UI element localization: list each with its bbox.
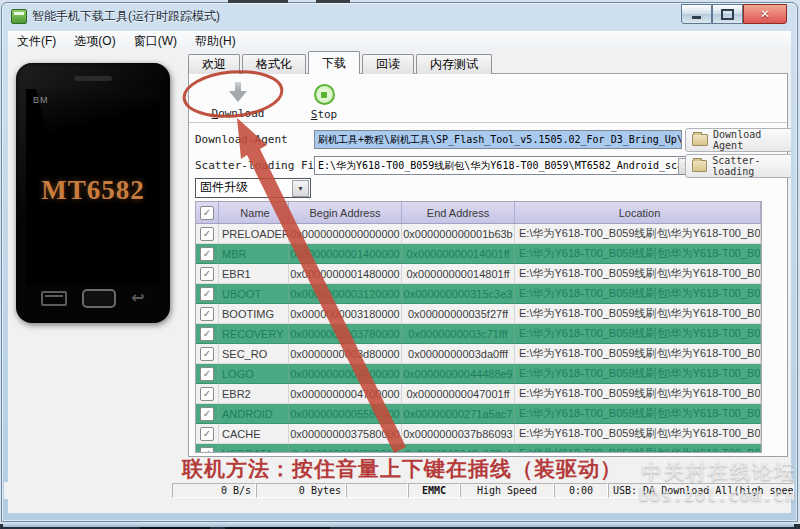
download-agent-button-label: Download Agent — [713, 129, 791, 151]
tab-2[interactable]: 下载 — [308, 51, 360, 74]
close-button[interactable]: ✕ — [743, 4, 787, 24]
cell-name: UBOOT — [219, 284, 289, 303]
cell-name: CACHE — [219, 424, 289, 443]
download-agent-button[interactable]: Download Agent — [685, 128, 791, 152]
row-checkbox[interactable]: ✓ — [196, 384, 219, 403]
download-arrow-icon — [229, 82, 247, 104]
phone-image: BM MT6582 ↩ — [16, 63, 170, 323]
row-checkbox[interactable]: ✓ — [196, 344, 219, 363]
window-bottom-frame — [3, 523, 794, 527]
folder-icon — [692, 160, 707, 172]
table-row[interactable]: ✓SEC_RO0x0000000003d800000x0000000003da0… — [196, 344, 761, 364]
phone-screen: BM MT6582 — [26, 89, 160, 285]
stop-button[interactable]: Stop — [289, 82, 359, 121]
cell-end-address: 0x000000000315c3e3 — [402, 284, 515, 303]
folder-icon — [692, 134, 708, 146]
cell-begin-address: 0x0000000000000000 — [289, 224, 402, 243]
menu-item-2[interactable]: 窗口(W) — [125, 31, 186, 51]
download-agent-field[interactable]: 刷机工具+教程\刷机工具\SP_Flash_Tool_v5.1505.02_Fo… — [314, 130, 682, 149]
table-row[interactable]: ✓CACHE0x00000000375800000x0000000037b860… — [196, 424, 761, 444]
status-storage-type: EMMC — [408, 483, 460, 498]
close-icon: ✕ — [760, 8, 770, 20]
table-row[interactable]: ✓USRDATA0x000000003f3800000x0000000040c9… — [196, 444, 761, 453]
cell-location: E:\华为Y618-T00_B059线刷包\华为Y618-T00_B059\sy… — [515, 404, 761, 423]
checkbox-icon: ✓ — [200, 227, 214, 241]
cell-begin-address: 0x0000000001400000 — [289, 244, 402, 263]
column-header-location[interactable]: Location — [515, 202, 761, 223]
column-header-begin-address[interactable]: Begin Address — [289, 202, 402, 223]
table-row[interactable]: ✓BOOTIMG0x00000000031800000x00000000035f… — [196, 304, 761, 324]
cell-end-address: 0x00000000014801ff — [402, 264, 515, 283]
tab-0[interactable]: 欢迎 — [188, 54, 240, 74]
cell-begin-address: 0x0000000003120000 — [289, 284, 402, 303]
maximize-button[interactable] — [712, 4, 743, 24]
checkbox-icon: ✓ — [200, 327, 214, 341]
menu-item-0[interactable]: 文件(F) — [8, 31, 65, 51]
tab-strip: 欢迎格式化下载回读内存测试 — [188, 52, 494, 74]
scatter-loading-button-label: Scatter-loading — [712, 155, 791, 177]
window-title: 智能手机下载工具(运行时跟踪模式) — [32, 8, 220, 25]
row-checkbox[interactable]: ✓ — [196, 404, 219, 423]
table-row[interactable]: ✓MBR0x00000000014000000x00000000014001ff… — [196, 244, 761, 264]
checkbox-icon: ✓ — [200, 407, 214, 421]
column-header-end-address[interactable]: End Address — [402, 202, 515, 223]
status-bar: 0 B/s 0 Bytes EMMC High Speed 0:00 USB: … — [4, 482, 794, 499]
select-all-checkbox[interactable]: ✓ — [196, 202, 219, 223]
cell-begin-address: 0x0000000003d80000 — [289, 344, 402, 363]
client-area: BM MT6582 ↩ 欢迎格式化下载回读内存测试 Download Stop — [8, 51, 791, 513]
tab-3[interactable]: 回读 — [362, 54, 414, 74]
table-row[interactable]: ✓LOGO0x00000000044000000x00000000044488e… — [196, 364, 761, 384]
row-checkbox[interactable]: ✓ — [196, 324, 219, 343]
download-button[interactable]: Download — [203, 82, 273, 120]
row-checkbox[interactable]: ✓ — [196, 284, 219, 303]
row-checkbox[interactable]: ✓ — [196, 364, 219, 383]
scatter-file-value: E:\华为Y618-T00_B059线刷包\华为Y618-T00_B059\MT… — [318, 160, 697, 171]
minimize-button[interactable] — [681, 4, 712, 24]
tab-4[interactable]: 内存测试 — [416, 54, 492, 74]
scatter-file-combobox[interactable]: E:\华为Y618-T00_B059线刷包\华为Y618-T00_B059\MT… — [314, 156, 697, 175]
table-header-row: ✓ Name Begin Address End Address Locatio… — [196, 202, 761, 224]
table-row[interactable]: ✓PRELOADER0x00000000000000000x0000000000… — [196, 224, 761, 244]
phone-back-icon: ↩ — [131, 290, 144, 306]
partition-table: ✓ Name Begin Address End Address Locatio… — [195, 201, 762, 453]
cell-location: E:\华为Y618-T00_B059线刷包\华为Y618-T00_B059\ca… — [515, 424, 761, 443]
row-checkbox[interactable]: ✓ — [196, 264, 219, 283]
cell-end-address: 0x0000000003da0fff — [402, 344, 515, 363]
download-button-label: ownload — [218, 107, 264, 120]
table-row[interactable]: ✓EBR20x00000000047000000x00000000047001f… — [196, 384, 761, 404]
cell-end-address: 0x000000000001b63b — [402, 224, 515, 243]
cell-end-address: 0x0000000037b86093 — [402, 424, 515, 443]
cell-begin-address: 0x000000003f380000 — [289, 444, 402, 453]
column-header-name[interactable]: Name — [219, 202, 289, 223]
stop-button-label: top — [317, 108, 337, 121]
cell-name: EBR2 — [219, 384, 289, 403]
cropped-artifact — [228, 0, 288, 3]
table-row[interactable]: ✓RECOVERY0x00000000037800000x0000000003c… — [196, 324, 761, 344]
checkbox-icon: ✓ — [200, 387, 214, 401]
row-checkbox[interactable]: ✓ — [196, 244, 219, 263]
firmware-upgrade-value: 固件升级 — [200, 180, 248, 194]
row-checkbox[interactable]: ✓ — [196, 304, 219, 323]
cell-name: RECOVERY — [219, 324, 289, 343]
cell-location: E:\华为Y618-T00_B059线刷包\华为Y618-T00_B059\re… — [515, 324, 761, 343]
cell-end-address: 0x00000000271a5ac7 — [402, 404, 515, 423]
cell-name: EBR1 — [219, 264, 289, 283]
cell-location: E:\华为Y618-T00_B059线刷包\华为Y618-T00_B059\EB… — [515, 264, 761, 283]
app-window: 智能手机下载工具(运行时跟踪模式) ✕ 文件(F)选项(O)窗口(W)帮助(H)… — [1, 2, 798, 522]
title-bar[interactable]: 智能手机下载工具(运行时跟踪模式) ✕ — [2, 3, 797, 30]
app-icon — [11, 9, 27, 24]
tab-1[interactable]: 格式化 — [242, 54, 306, 74]
scatter-loading-button[interactable]: Scatter-loading — [685, 154, 791, 178]
cell-begin-address: 0x0000000004700000 — [289, 384, 402, 403]
menu-item-1[interactable]: 选项(O) — [65, 31, 124, 51]
table-row[interactable]: ✓UBOOT0x00000000031200000x000000000315c3… — [196, 284, 761, 304]
cell-name: USRDATA — [219, 444, 289, 453]
table-row[interactable]: ✓EBR10x00000000014800000x00000000014801f… — [196, 264, 761, 284]
chevron-down-icon[interactable]: ▼ — [292, 180, 309, 197]
row-checkbox[interactable]: ✓ — [196, 424, 219, 443]
row-checkbox[interactable]: ✓ — [196, 444, 219, 453]
row-checkbox[interactable]: ✓ — [196, 224, 219, 243]
table-row[interactable]: ✓ANDROID0x00000000055800000x00000000271a… — [196, 404, 761, 424]
menu-item-3[interactable]: 帮助(H) — [186, 31, 245, 51]
firmware-upgrade-select[interactable]: 固件升级 ▼ — [195, 178, 311, 198]
